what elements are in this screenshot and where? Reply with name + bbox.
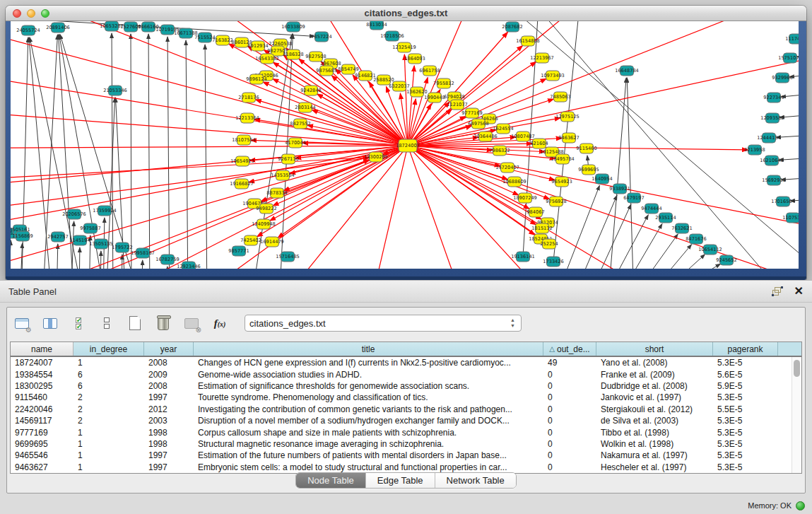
cell-name[interactable]: 9115460 [11,392,73,402]
table-body[interactable]: 1872400712008Changes of HCN gene express… [11,357,792,473]
graph-node[interactable]: 1117424 [785,34,799,44]
float-panel-icon[interactable] [772,286,783,296]
graph-node[interactable]: 20206576 [62,209,86,219]
graph-node-selected[interactable]: 9463627 [558,133,579,143]
graph-node[interactable]: 17016504 [771,197,795,206]
table-row[interactable]: 1456911722003Disruption of a novel membe… [11,415,792,426]
graph-node[interactable]: 12923446 [177,262,201,269]
cell-name[interactable]: 14569117 [11,416,73,426]
graph-node-selected[interactable]: 621604 [530,139,548,148]
graph-node-selected[interactable]: 984067 [526,207,544,217]
cell-name[interactable]: 18724007 [11,358,73,368]
citation-edge[interactable] [627,78,634,269]
cell-out_de[interactable]: 0 [543,428,596,438]
graph-node-selected[interactable]: 7485063 [550,92,570,102]
citation-edge[interactable] [141,260,143,269]
cell-in_degree[interactable]: 1 [73,450,144,460]
citation-edge[interactable] [452,21,799,269]
cell-short[interactable]: Nakamura et al. (1997) [596,450,713,460]
cell-in_degree[interactable]: 1 [73,439,144,449]
window-titlebar[interactable]: citations_edges.txt [6,6,806,21]
cell-name[interactable]: 18300295 [11,381,73,391]
cell-title[interactable]: Disruption of a novel member of a sodium… [194,416,543,426]
cell-title[interactable]: Changes of HCN gene expression and I(f) … [194,358,543,368]
graph-node-selected[interactable]: 6961758 [419,66,440,76]
graph-node[interactable]: 2942757 [47,232,68,242]
table-header-row[interactable]: namein_degreeyeartitle△out_de...shortpag… [11,342,801,357]
graph-node-selected[interactable]: 12325419 [392,42,416,52]
minimize-window-icon[interactable] [27,9,35,18]
cell-out_de[interactable]: 0 [543,370,596,380]
cell-short[interactable]: Jankovic et al. (1997) [596,392,713,402]
cell-in_degree[interactable]: 6 [73,370,144,380]
graph-node-selected[interactable]: 9756928 [546,197,566,206]
column-header-pagerank[interactable]: pagerank [713,342,778,356]
table-row[interactable]: 2242004622012Investigating the contribut… [11,404,792,415]
graph-node-selected[interactable]: 1624554 [493,124,513,134]
graph-node-selected[interactable]: 1864093 [404,54,425,64]
graph-node[interactable]: 9857771 [228,246,249,256]
scrollbar-thumb[interactable] [794,360,800,377]
graph-node-selected[interactable]: 9827508 [305,52,326,62]
graph-node-selected[interactable]: 18107554 [232,135,256,145]
citation-edge[interactable] [167,267,167,269]
table-row[interactable]: 977716911998Corpus callosum shape and si… [11,426,792,438]
network-canvas[interactable]: 2405572420891406106532871527602646616010… [11,21,799,269]
graph-node[interactable]: 9975887 [80,223,100,233]
citation-edge[interactable] [562,185,599,269]
graph-node[interactable]: 1640954 [592,174,612,184]
cell-title[interactable]: Tourette syndrome. Phenomenology and cla… [194,392,543,402]
cell-year[interactable]: 2008 [144,358,194,368]
cell-pagerank[interactable]: 5.3E-5 [713,462,778,472]
new-file-icon[interactable] [126,314,144,332]
cell-out_de[interactable]: 0 [543,381,596,391]
cell-name[interactable]: 9463627 [11,462,73,472]
cell-short[interactable]: Hescheler et al. (1997) [596,462,713,472]
cell-year[interactable]: 1997 [144,392,194,402]
select-rows-check-icon[interactable]: ✔✔ [69,314,88,332]
column-header-out_de[interactable]: △out_de... [543,342,596,356]
table-row[interactable]: 969969511998Structural magnetic resonanc… [11,438,792,450]
graph-node[interactable]: 15716485 [276,252,300,262]
graph-node[interactable]: 8813034 [366,21,387,30]
cell-out_de[interactable]: 0 [543,462,596,472]
cell-title[interactable]: Estimation of significance thresholds fo… [194,381,543,391]
tab-node-table[interactable]: Node Table [296,473,366,488]
function-builder-icon[interactable]: f(x) [211,314,229,332]
citation-network-graph[interactable]: 2405572420891406106532871527602646616010… [11,21,799,269]
graph-node-selected[interactable]: 19166827 [230,179,254,189]
graph-node-selected[interactable]: 12213967 [530,53,554,63]
graph-node-selected[interactable]: 252254 [540,239,558,249]
citation-edge[interactable] [131,34,131,269]
cell-short[interactable]: de Silva et al. (2003) [596,416,713,426]
graph-node-selected[interactable]: 9699695 [578,165,599,175]
graph-node[interactable]: 9227349 [763,93,784,103]
cell-title[interactable]: Embryonic stem cells: a model to study s… [194,462,543,472]
cell-pagerank[interactable]: 5.5E-5 [713,404,778,414]
graph-node[interactable]: 2087682 [502,22,522,32]
tab-network-table[interactable]: Network Table [435,473,516,488]
graph-node[interactable]: 19218506 [380,31,404,41]
delete-trash-icon[interactable] [154,314,172,332]
table-row[interactable]: 1872400712008Changes of HCN gene express… [11,357,792,368]
graph-node[interactable]: 12093582 [760,113,784,123]
cell-year[interactable]: 1998 [144,428,194,438]
cell-pagerank[interactable]: 5.6E-5 [713,370,778,380]
citation-edge[interactable] [79,247,80,269]
graph-node[interactable]: 13505135 [89,239,113,249]
graph-node[interactable]: 19136141 [511,252,535,262]
graph-node[interactable]: 16033809 [281,22,305,32]
table-selector-dropdown[interactable]: citations_edges.txt ▲▼ [245,315,522,332]
table-row[interactable]: 946362711997Embryonic stem cells: a mode… [11,462,792,473]
graph-node-selected[interactable]: 10973493 [541,71,565,81]
graph-node[interactable]: 8213958 [744,145,765,155]
cell-name[interactable]: 9465546 [11,450,73,460]
graph-node[interactable]: 9338921 [609,184,630,194]
table-scrollbar[interactable] [792,357,801,473]
cell-pagerank[interactable]: 5.3E-5 [713,450,778,460]
citation-edge[interactable] [148,34,150,269]
cell-name[interactable]: 9699695 [11,439,73,449]
graph-node[interactable]: 10654112 [698,245,722,255]
cell-year[interactable]: 1997 [144,462,194,472]
cell-in_degree[interactable]: 1 [73,428,144,438]
